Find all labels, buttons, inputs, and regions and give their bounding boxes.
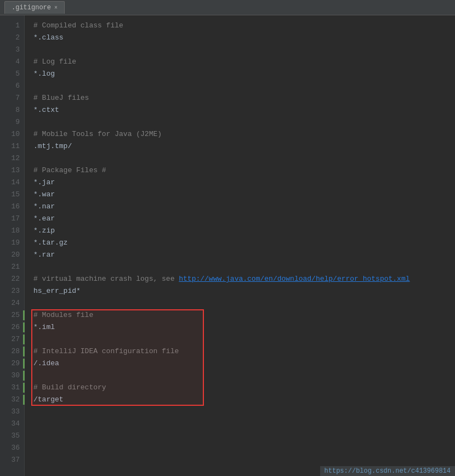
pattern-text: *.zip bbox=[33, 226, 55, 235]
comment-text: # Log file bbox=[33, 58, 76, 66]
pattern-text: *.rar bbox=[33, 251, 55, 259]
code-line: # IntelliJ IDEA configuration file bbox=[33, 345, 455, 358]
line-number: 12 bbox=[0, 152, 24, 165]
code-line bbox=[33, 418, 455, 430]
line-number: 9 bbox=[0, 116, 24, 128]
gutter-mark bbox=[23, 383, 25, 393]
line-number: 26 bbox=[0, 321, 24, 333]
line-number: 14 bbox=[0, 177, 24, 189]
code-line: *.class bbox=[33, 32, 455, 44]
tab[interactable]: .gitignore × bbox=[4, 1, 65, 14]
code-line: # virtual machine crash logs, see http:/… bbox=[33, 273, 455, 285]
pattern-text: *.ctxt bbox=[33, 106, 59, 114]
line-number: 16 bbox=[0, 201, 24, 213]
title-bar: .gitignore × bbox=[0, 0, 455, 15]
line-number: 28 bbox=[0, 345, 24, 358]
line-number: 5 bbox=[0, 68, 24, 80]
comment-text: # BlueJ files bbox=[33, 94, 89, 102]
comment-text: # Modules file bbox=[33, 311, 93, 319]
pattern-text: *.tar.gz bbox=[33, 239, 67, 247]
code-line: # Compiled class file bbox=[33, 20, 455, 32]
code-line: /.idea bbox=[33, 358, 455, 370]
line-number: 27 bbox=[0, 333, 24, 345]
line-numbers: 1234567891011121314151617181920212223242… bbox=[0, 15, 25, 476]
gutter-mark bbox=[23, 335, 25, 344]
code-line bbox=[33, 333, 455, 345]
comment-text: # Mobile Tools for Java (J2ME) bbox=[33, 130, 162, 138]
code-line: *.iml bbox=[33, 321, 455, 333]
code-line: # Build directory bbox=[33, 382, 455, 394]
pattern-text: *.war bbox=[33, 190, 55, 199]
pattern-text: /.idea bbox=[33, 359, 59, 367]
line-number: 23 bbox=[0, 285, 24, 297]
line-number: 2 bbox=[0, 32, 24, 44]
line-number: 25 bbox=[0, 309, 24, 321]
line-number: 7 bbox=[0, 92, 24, 104]
pattern-text: .mtj.tmp/ bbox=[33, 142, 72, 150]
line-number: 36 bbox=[0, 442, 24, 454]
tab-label: .gitignore bbox=[12, 4, 51, 12]
code-line bbox=[33, 116, 455, 128]
code-line: # Log file bbox=[33, 56, 455, 68]
status-url: https://blog.csdn.net/c413969814 bbox=[325, 467, 451, 475]
code-line: *.war bbox=[33, 189, 455, 201]
code-line bbox=[33, 430, 455, 442]
line-number: 3 bbox=[0, 44, 24, 56]
code-line bbox=[33, 454, 455, 466]
line-number: 10 bbox=[0, 128, 24, 140]
code-area[interactable]: # Compiled class file*.class# Log file*.… bbox=[25, 15, 455, 476]
line-number: 17 bbox=[0, 213, 24, 225]
code-line: *.tar.gz bbox=[33, 237, 455, 249]
code-line: # Package Files # bbox=[33, 165, 455, 177]
code-line: *.ctxt bbox=[33, 104, 455, 116]
comment-text: # Package Files # bbox=[33, 166, 106, 174]
code-line: # Mobile Tools for Java (J2ME) bbox=[33, 128, 455, 140]
code-line bbox=[33, 261, 455, 273]
code-line bbox=[33, 406, 455, 418]
gutter-mark bbox=[23, 310, 25, 320]
code-line: /target bbox=[33, 394, 455, 406]
comment-text: # Build directory bbox=[33, 383, 106, 392]
gutter-mark bbox=[23, 371, 25, 381]
pattern-text: *.iml bbox=[33, 323, 55, 331]
url-link[interactable]: http://www.java.com/en/download/help/err… bbox=[179, 275, 410, 283]
code-line bbox=[33, 80, 455, 92]
line-number: 4 bbox=[0, 56, 24, 68]
pattern-text: *.jar bbox=[33, 178, 55, 186]
line-number: 33 bbox=[0, 406, 24, 418]
code-line: *.log bbox=[33, 68, 455, 80]
line-number: 11 bbox=[0, 140, 24, 152]
pattern-text: *.log bbox=[33, 70, 55, 78]
code-line: hs_err_pid* bbox=[33, 285, 455, 297]
gutter-mark bbox=[23, 395, 25, 405]
line-number: 22 bbox=[0, 273, 24, 285]
pattern-text: hs_err_pid* bbox=[33, 287, 81, 295]
code-line: .mtj.tmp/ bbox=[33, 140, 455, 152]
line-number: 13 bbox=[0, 165, 24, 177]
line-number: 34 bbox=[0, 418, 24, 430]
comment-text: # virtual machine crash logs, see bbox=[33, 275, 179, 283]
editor-container: 1234567891011121314151617181920212223242… bbox=[0, 15, 455, 476]
code-line: *.rar bbox=[33, 249, 455, 261]
code-line bbox=[33, 44, 455, 56]
line-number: 19 bbox=[0, 237, 24, 249]
pattern-text: *.nar bbox=[33, 202, 55, 211]
line-number: 21 bbox=[0, 261, 24, 273]
tab-close-icon[interactable]: × bbox=[54, 5, 58, 11]
line-number: 30 bbox=[0, 370, 24, 382]
line-number: 18 bbox=[0, 225, 24, 237]
pattern-text: *.ear bbox=[33, 214, 55, 223]
code-line: # BlueJ files bbox=[33, 92, 455, 104]
comment-text: # IntelliJ IDEA configuration file bbox=[33, 347, 179, 355]
code-line bbox=[33, 370, 455, 382]
gutter-mark bbox=[23, 322, 25, 332]
pattern-text: /target bbox=[33, 395, 64, 404]
line-number: 8 bbox=[0, 104, 24, 116]
gutter-mark bbox=[23, 347, 25, 356]
pattern-text: *.class bbox=[33, 33, 64, 42]
code-line bbox=[33, 152, 455, 165]
code-line: # Modules file bbox=[33, 309, 455, 321]
line-number: 1 bbox=[0, 20, 24, 32]
code-line bbox=[33, 297, 455, 309]
code-line bbox=[33, 442, 455, 454]
